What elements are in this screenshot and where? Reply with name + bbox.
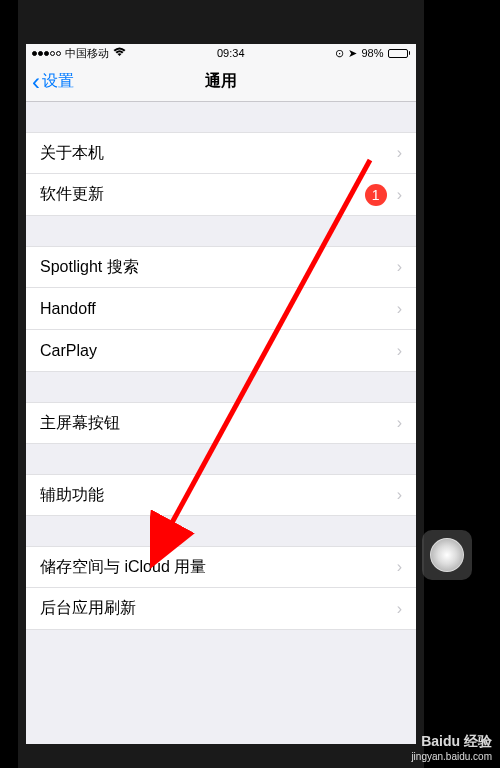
chevron-right-icon: ›: [397, 186, 402, 204]
chevron-right-icon: ›: [397, 342, 402, 360]
cell-label: 辅助功能: [40, 485, 397, 506]
cell-label: CarPlay: [40, 342, 397, 360]
cell-label: 软件更新: [40, 184, 365, 205]
cell-label: 关于本机: [40, 143, 397, 164]
group-accessibility: 辅助功能 ›: [26, 474, 416, 516]
cell-home-button[interactable]: 主屏幕按钮 ›: [26, 402, 416, 444]
status-bar: 中国移动 09:34 ⊙ ➤ 98%: [26, 44, 416, 62]
chevron-right-icon: ›: [397, 144, 402, 162]
alarm-icon: ⊙: [335, 47, 344, 60]
signal-strength-icon: [32, 51, 61, 56]
back-button[interactable]: ‹ 设置: [26, 68, 74, 96]
carrier-label: 中国移动: [65, 46, 109, 61]
nav-bar: ‹ 设置 通用: [26, 62, 416, 102]
cell-label: 后台应用刷新: [40, 598, 397, 619]
group-homebutton: 主屏幕按钮 ›: [26, 402, 416, 444]
cell-about[interactable]: 关于本机 ›: [26, 132, 416, 174]
cell-label: Spotlight 搜索: [40, 257, 397, 278]
battery-percent: 98%: [361, 47, 383, 59]
cell-handoff[interactable]: Handoff ›: [26, 288, 416, 330]
chevron-right-icon: ›: [397, 300, 402, 318]
battery-icon: [388, 49, 411, 58]
cell-accessibility[interactable]: 辅助功能 ›: [26, 474, 416, 516]
watermark-url: jingyan.baidu.com: [411, 751, 492, 762]
clock: 09:34: [217, 47, 245, 59]
watermark-brand: Baidu 经验: [411, 733, 492, 751]
update-badge: 1: [365, 184, 387, 206]
cell-background-refresh[interactable]: 后台应用刷新 ›: [26, 588, 416, 630]
group-spotlight: Spotlight 搜索 › Handoff › CarPlay ›: [26, 246, 416, 372]
wifi-icon: [113, 47, 126, 59]
location-icon: ➤: [348, 47, 357, 60]
chevron-right-icon: ›: [397, 414, 402, 432]
chevron-right-icon: ›: [397, 600, 402, 618]
cell-software-update[interactable]: 软件更新 1 ›: [26, 174, 416, 216]
page-title: 通用: [205, 71, 237, 92]
cell-storage-icloud[interactable]: 储存空间与 iCloud 用量 ›: [26, 546, 416, 588]
assistive-touch-button[interactable]: [422, 530, 472, 580]
cell-label: 储存空间与 iCloud 用量: [40, 557, 397, 578]
group-about: 关于本机 › 软件更新 1 ›: [26, 132, 416, 216]
screen: 中国移动 09:34 ⊙ ➤ 98% ‹ 设置 通用 关于本机 ›: [26, 44, 416, 744]
back-label: 设置: [42, 71, 74, 92]
settings-list[interactable]: 关于本机 › 软件更新 1 › Spotlight 搜索 › Handoff ›…: [26, 132, 416, 630]
watermark: Baidu 经验 jingyan.baidu.com: [411, 733, 492, 762]
chevron-right-icon: ›: [397, 258, 402, 276]
assistive-touch-icon: [430, 538, 464, 572]
chevron-right-icon: ›: [397, 486, 402, 504]
cell-label: 主屏幕按钮: [40, 413, 397, 434]
cell-spotlight[interactable]: Spotlight 搜索 ›: [26, 246, 416, 288]
chevron-right-icon: ›: [397, 558, 402, 576]
cell-label: Handoff: [40, 300, 397, 318]
group-storage: 储存空间与 iCloud 用量 › 后台应用刷新 ›: [26, 546, 416, 630]
chevron-left-icon: ‹: [32, 68, 40, 96]
cell-carplay[interactable]: CarPlay ›: [26, 330, 416, 372]
